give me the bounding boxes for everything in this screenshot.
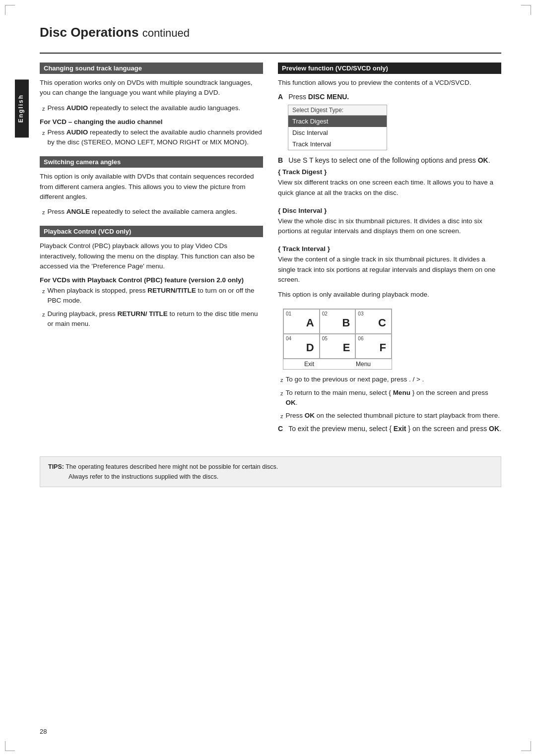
corner-mark-bl [5, 741, 15, 751]
bullet-angle-text: Press ANGLE repeatedly to select the ava… [48, 207, 237, 217]
bullet-icon-6: z [280, 376, 283, 384]
bullet-icon-7: z [280, 389, 283, 408]
disc-interval-header: { Disc Interval } [278, 207, 501, 214]
step-b-text: Use S T keys to select one of the follow… [288, 156, 490, 164]
step-c-label: C [278, 425, 283, 433]
thumb-cell-6: 06 F [355, 334, 392, 359]
left-column: Changing sound track language This opera… [40, 63, 263, 441]
bullet-audio-1: z Press AUDIO repeatedly to select the a… [40, 103, 263, 113]
thumb-footer-menu: Menu [356, 361, 371, 368]
track-interval-body1: View the content of a single track in si… [278, 254, 501, 285]
section-header-playback: Playback Control (VCD only) [40, 226, 263, 237]
bullet-pbc-2-text: During playback, press RETURN/ TITLE to … [48, 309, 264, 329]
bullet-return-menu: z To return to the main menu, select { M… [278, 388, 501, 408]
bullet-goto: z To go to the previous or next page, pr… [278, 375, 501, 384]
thumb-footer-exit: Exit [304, 361, 314, 368]
tips-indent [48, 473, 67, 480]
section-changing-sound-body: This operation works only on DVDs with m… [40, 78, 263, 98]
tips-label: TIPS: [48, 463, 64, 470]
thumb-cell-4: 04 D [283, 334, 320, 359]
thumb-cell-3: 03 C [355, 309, 392, 334]
thumb-num-4: 04 [286, 336, 291, 341]
thumb-letter-1: A [306, 316, 314, 329]
bullet-icon-3: z [42, 208, 45, 217]
step-b-label: B [278, 156, 283, 164]
bullet-audio-1-text: Press AUDIO repeatedly to select the ava… [48, 103, 241, 113]
track-digest-body: View six different tracks on one screen … [278, 178, 501, 198]
corner-mark-tl [5, 5, 15, 15]
track-digest-header: { Track Digest } [278, 168, 501, 176]
section-header-changing-sound: Changing sound track language [40, 63, 263, 74]
thumb-letter-3: C [378, 316, 386, 329]
thumbnail-grid: 01 A 02 B 03 C 04 D [283, 309, 392, 370]
step-c-row: C To exit the preview menu, select { Exi… [278, 425, 501, 433]
bullet-audio-2-text: Press AUDIO repeatedly to select the ava… [48, 127, 264, 148]
thumb-letter-2: B [342, 316, 350, 329]
bullet-audio-2: z Press AUDIO repeatedly to select the a… [40, 127, 263, 148]
section-header-camera: Switching camera angles [40, 156, 263, 168]
section-preview-body: This function allows you to preview the … [278, 78, 501, 88]
tips-line1: The operating features described here mi… [66, 463, 278, 470]
sub-header-vcd-audio: For VCD – changing the audio channel [40, 118, 263, 126]
section-camera-body: This option is only available with DVDs … [40, 172, 263, 202]
bullet-icon-1: z [42, 105, 45, 113]
corner-mark-br [521, 741, 531, 751]
page-number: 28 [40, 728, 47, 735]
step-b-row: B Use S T keys to select one of the foll… [278, 156, 501, 164]
digest-item-track-interval: Track Interval [288, 138, 387, 150]
bullet-press-ok: z Press OK on the selected thumbnail pic… [278, 411, 501, 421]
section-header-preview: Preview function (VCD/SVCD only) [278, 63, 501, 74]
thumb-footer: Exit Menu [283, 359, 392, 369]
digest-menu-title: Select Digest Type: [288, 105, 387, 116]
english-tab: English [15, 79, 29, 137]
thumb-num-3: 03 [358, 311, 363, 316]
section-preview: Preview function (VCD/SVCD only) This fu… [278, 63, 501, 433]
thumb-num-2: 02 [322, 311, 328, 316]
bullet-pbc-2: z During playback, press RETURN/ TITLE t… [40, 309, 263, 329]
page-title: Disc Operations continued [40, 25, 501, 43]
track-interval-body2: This option is only available during pla… [278, 290, 501, 300]
section-changing-sound: Changing sound track language This opera… [40, 63, 263, 147]
sub-header-vcd-pbc: For VCDs with Playback Control (PBC) fea… [40, 276, 263, 284]
thumb-letter-4: D [306, 341, 314, 354]
thumb-num-1: 01 [286, 311, 291, 316]
disc-interval-body: View the whole disc in six thumbnail pic… [278, 216, 501, 237]
section-switching-camera: Switching camera angles This option is o… [40, 156, 263, 217]
step-a-row: A Press DISC MENU. [278, 93, 501, 101]
bullet-pbc-1-text: When playback is stopped, press RETURN/T… [48, 286, 264, 306]
bullet-icon-2: z [42, 129, 45, 148]
digest-item-track-digest: Track Digest [288, 116, 387, 127]
bullet-icon-4: z [42, 287, 45, 306]
bullet-goto-text: To go to the previous or next page, pres… [286, 375, 424, 384]
bullet-angle: z Press ANGLE repeatedly to select the a… [40, 207, 263, 217]
bullet-press-text: Press OK on the selected thumbnail pictu… [286, 411, 500, 421]
section-playback-control: Playback Control (VCD only) Playback Con… [40, 226, 263, 329]
bullet-pbc-1: z When playback is stopped, press RETURN… [40, 286, 263, 306]
corner-mark-tr [521, 5, 531, 15]
section-playback-body: Playback Control (PBC) playback allows y… [40, 241, 263, 271]
thumb-letter-6: F [380, 341, 386, 354]
tips-box: TIPS: The operating features described h… [40, 456, 501, 487]
thumb-cell-1: 01 A [283, 309, 320, 334]
step-a-text: Press DISC MENU. [288, 93, 349, 101]
tips-line2: Always refer to the instructions supplie… [68, 473, 218, 480]
thumb-cell-5: 05 E [320, 334, 356, 359]
thumb-cell-2: 02 B [320, 309, 356, 334]
step-c-text: To exit the preview menu, select { Exit … [288, 425, 501, 433]
track-interval-header: { Track Interval } [278, 245, 501, 252]
bullet-icon-8: z [280, 412, 283, 421]
track-interval-section: { Track Interval } View the content of a… [278, 245, 501, 300]
bullet-return-text: To return to the main menu, select { Men… [286, 388, 502, 408]
thumb-num-6: 06 [358, 336, 363, 341]
digest-menu-box: Select Digest Type: Track Digest Disc In… [288, 105, 387, 150]
step-a-label: A [278, 93, 283, 101]
track-digest-section: { Track Digest } View six different trac… [278, 168, 501, 198]
bullet-icon-5: z [42, 311, 45, 329]
disc-interval-section: { Disc Interval } View the whole disc in… [278, 207, 501, 237]
right-column: Preview function (VCD/SVCD only) This fu… [278, 63, 501, 441]
thumb-letter-5: E [343, 341, 350, 354]
thumb-num-5: 05 [322, 336, 328, 341]
digest-item-disc-interval: Disc Interval [288, 127, 387, 138]
